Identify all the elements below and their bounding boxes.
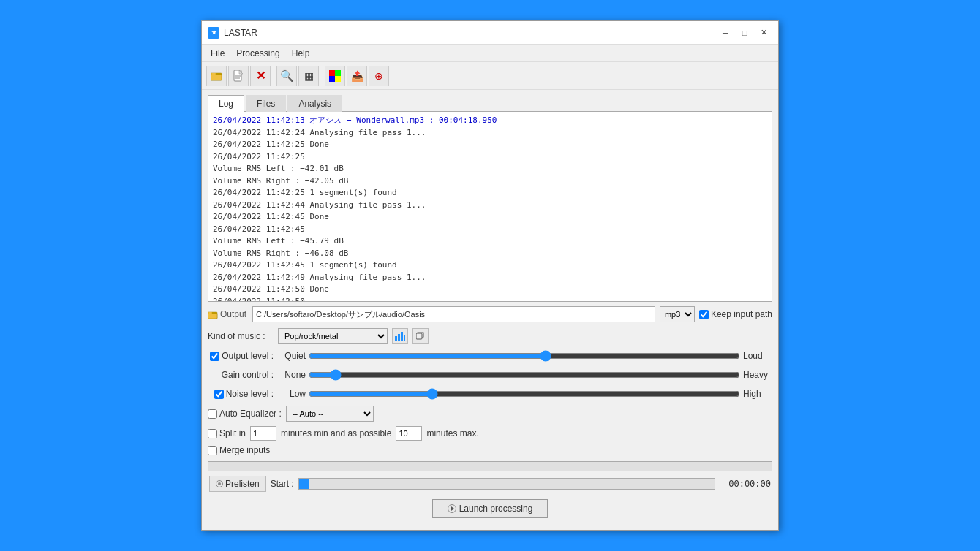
prelisten-label: Prelisten (225, 479, 260, 489)
log-line: 26/04/2022 11:42:13 オアシス − Wonderwall.mp… (213, 115, 767, 127)
keep-input-path-checkbox[interactable] (699, 310, 709, 319)
svg-rect-7 (329, 70, 335, 76)
playhead-bar[interactable] (298, 478, 715, 490)
noise-level-slider[interactable] (309, 387, 740, 401)
svg-rect-10 (335, 76, 341, 82)
output-label: Output (208, 309, 248, 319)
gain-control-row: Gain control : None Heavy (208, 368, 772, 382)
format-select[interactable]: mp3wavflacogg (660, 306, 695, 322)
search-btn[interactable]: 🔍 (276, 66, 297, 86)
title-bar: ★ LASTAR ─ □ ✕ (202, 21, 778, 45)
log-line: Volume RMS Left : −45.79 dB (213, 235, 767, 248)
playback-controls: Prelisten Start : 00:00:00 (208, 476, 772, 492)
output-level-label: Output level : (222, 351, 274, 361)
tab-files[interactable]: Files (246, 95, 286, 112)
gain-control-slider[interactable] (309, 368, 740, 382)
open-file-btn[interactable] (228, 66, 249, 86)
output-level-row: Output level : Quiet Loud (208, 349, 772, 363)
output-level-min: Quiet (276, 351, 306, 361)
output-text: Output (220, 309, 246, 319)
log-area[interactable]: 26/04/2022 11:42:13 オアシス − Wonderwall.mp… (208, 112, 772, 302)
tabs: Log Files Analysis (208, 94, 772, 112)
toolbar: ✕ 🔍 ▦ 📤 ⊕ (202, 62, 778, 90)
svg-rect-9 (329, 76, 335, 82)
auto-eq-checkbox-label[interactable]: Auto Equalizer : (208, 408, 282, 419)
noise-level-min: Low (276, 389, 306, 399)
keep-input-path-label[interactable]: Keep input path (699, 309, 772, 319)
log-line: 26/04/2022 11:42:50 (213, 296, 767, 303)
svg-point-21 (218, 482, 221, 485)
open-folder-btn[interactable] (206, 66, 227, 86)
svg-rect-16 (401, 332, 403, 341)
svg-rect-8 (335, 70, 341, 76)
output-row: Output mp3wavflacogg Keep input path (208, 306, 772, 322)
time-display: 00:00:00 (720, 479, 771, 489)
gain-control-max: Heavy (743, 370, 772, 380)
log-line: 26/04/2022 11:42:50 Done (213, 284, 767, 296)
kind-of-music-select[interactable]: Pop/rock/metalClassicalJazzElectronicAmb… (278, 328, 388, 344)
close-button[interactable]: ✕ (755, 26, 772, 40)
split-label: Split in (219, 428, 246, 438)
log-line: 26/04/2022 11:42:45 (213, 224, 767, 236)
svg-rect-17 (404, 335, 405, 341)
output-level-checkbox-label[interactable]: Output level : (208, 351, 274, 361)
main-content: Log Files Analysis 26/04/2022 11:42:13 オ… (202, 90, 778, 530)
playhead-indicator (299, 479, 309, 489)
merge-checkbox-label[interactable]: Merge inputs (208, 445, 270, 455)
split-checkbox-label[interactable]: Split in (208, 428, 246, 438)
log-line: 26/04/2022 11:42:25 1 segment(s) found (213, 187, 767, 200)
split-max-input[interactable] (396, 426, 422, 441)
export-btn[interactable]: 📤 (347, 66, 367, 86)
remove-btn[interactable]: ✕ (250, 66, 271, 86)
launch-processing-button[interactable]: Launch processing (432, 499, 549, 518)
auto-equalizer-row: Auto Equalizer : -- Auto --FlatBass Boos… (208, 406, 772, 422)
gain-control-min: None (276, 370, 306, 380)
auto-eq-label: Auto Equalizer : (219, 408, 282, 419)
menu-help[interactable]: Help (286, 47, 316, 60)
start-label: Start : (271, 479, 294, 489)
noise-level-checkbox-label[interactable]: Noise level : (208, 389, 274, 399)
split-checkbox[interactable] (208, 429, 217, 438)
tab-analysis[interactable]: Analysis (287, 95, 342, 112)
grid-btn[interactable]: ▦ (298, 66, 319, 86)
split-middle-text: minutes min and as possible (281, 428, 391, 438)
svg-rect-15 (398, 334, 400, 341)
noise-level-max: High (743, 389, 772, 399)
auto-eq-checkbox[interactable] (208, 409, 217, 419)
help-btn[interactable]: ⊕ (369, 66, 389, 86)
app-icon: ★ (208, 27, 219, 39)
prelisten-button[interactable]: Prelisten (209, 476, 266, 492)
log-line: 26/04/2022 11:42:24 Analysing file pass … (213, 127, 767, 140)
log-line: 26/04/2022 11:42:25 Done (213, 139, 767, 151)
music-icon-btn2[interactable] (412, 328, 429, 344)
noise-level-checkbox[interactable] (214, 390, 224, 399)
auto-eq-select[interactable]: -- Auto --FlatBass BoostTreble Boost (286, 406, 374, 422)
noise-level-row: Noise level : Low High (208, 387, 772, 401)
gain-control-label: Gain control : (208, 370, 274, 380)
output-level-max: Loud (743, 351, 772, 361)
progress-bar (208, 461, 772, 471)
music-icon-btn1[interactable] (392, 328, 408, 344)
log-line: Volume RMS Right : −42.05 dB (213, 175, 767, 188)
menu-processing[interactable]: Processing (230, 47, 285, 60)
log-line: Volume RMS Right : −46.08 dB (213, 248, 767, 260)
output-path-input[interactable] (252, 306, 655, 322)
keep-input-path-text: Keep input path (711, 309, 772, 319)
merge-label: Merge inputs (219, 445, 270, 455)
log-line: 26/04/2022 11:42:44 Analysing file pass … (213, 200, 767, 212)
window-controls: ─ □ ✕ (717, 26, 772, 40)
kind-of-music-row: Kind of music : Pop/rock/metalClassicalJ… (208, 328, 772, 344)
svg-rect-12 (208, 314, 217, 319)
color-btn[interactable] (325, 66, 345, 86)
maximize-button[interactable]: □ (736, 26, 753, 40)
merge-checkbox[interactable] (208, 446, 217, 455)
output-level-slider[interactable] (309, 349, 740, 363)
tab-log[interactable]: Log (208, 95, 244, 112)
minimize-button[interactable]: ─ (717, 26, 734, 40)
kind-of-music-label: Kind of music : (208, 331, 274, 341)
output-level-checkbox[interactable] (210, 352, 219, 361)
menu-file[interactable]: File (205, 47, 230, 60)
split-end-text: minutes max. (426, 428, 478, 438)
split-min-input[interactable] (250, 426, 276, 441)
settings-area: Output mp3wavflacogg Keep input path Kin… (208, 302, 772, 525)
